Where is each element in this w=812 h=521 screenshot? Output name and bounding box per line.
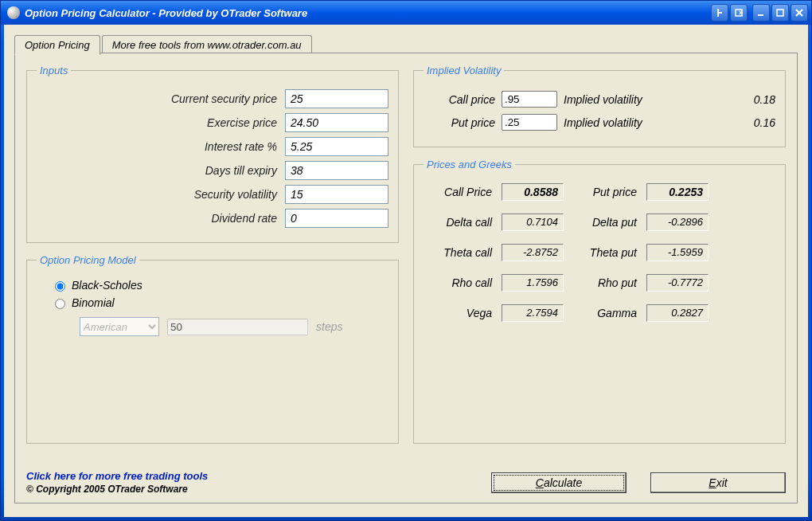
svg-marker-0 xyxy=(717,9,722,17)
close-button[interactable] xyxy=(791,4,808,22)
exit-button[interactable]: Exit xyxy=(650,472,786,493)
aux-button-1[interactable] xyxy=(711,4,728,22)
iv-legend: Implied Volatility xyxy=(424,65,504,76)
exercise-price-input[interactable] xyxy=(285,113,388,132)
svg-rect-2 xyxy=(758,14,763,16)
days-till-expiry-input[interactable] xyxy=(285,161,388,180)
dividend-rate-input[interactable] xyxy=(285,209,388,228)
delta-call-value: 0.7104 xyxy=(502,213,564,231)
tab-label: Option Pricing xyxy=(25,39,90,51)
security-volatility-input[interactable] xyxy=(285,185,388,204)
svg-rect-3 xyxy=(777,10,783,16)
minimize-button[interactable] xyxy=(752,4,770,22)
window-controls xyxy=(752,4,808,22)
client-area: Option Pricing More free tools from www.… xyxy=(4,25,808,517)
put-price-value: 0.2253 xyxy=(646,183,709,201)
rho-put-label: Rho put xyxy=(573,276,637,289)
interest-rate-input[interactable] xyxy=(285,137,388,156)
inputs-legend: Inputs xyxy=(37,65,71,76)
theta-put-label: Theta put xyxy=(573,246,637,259)
security-volatility-label: Security volatility xyxy=(37,188,285,201)
gamma-value: 0.2827 xyxy=(646,304,709,322)
vega-label: Vega xyxy=(428,307,492,319)
days-till-expiry-label: Days till expiry xyxy=(37,164,285,177)
tab-strip: Option Pricing More free tools from www.… xyxy=(14,35,798,54)
delta-put-label: Delta put xyxy=(573,216,637,229)
rho-call-label: Rho call xyxy=(428,276,492,289)
current-security-price-input[interactable] xyxy=(285,89,388,108)
radio-binomial-input[interactable] xyxy=(55,299,65,309)
iv-call-result-value: 0.18 xyxy=(732,93,775,106)
copyright-text: © Copyright 2005 OTrader Software xyxy=(26,484,491,495)
rho-put-value: -0.7772 xyxy=(646,274,709,292)
calculate-button[interactable]: Calculate xyxy=(491,472,627,493)
implied-volatility-group: Implied Volatility Call price Implied vo… xyxy=(413,65,786,147)
put-price-label: Put price xyxy=(573,186,637,198)
steps-label: steps xyxy=(316,320,342,333)
delta-put-value: -0.2896 xyxy=(646,213,709,231)
iv-put-result-label: Implied volatility xyxy=(564,116,726,129)
vega-value: 2.7594 xyxy=(502,304,564,322)
model-legend: Option Pricing Model xyxy=(37,254,139,266)
call-price-value: 0.8588 xyxy=(502,183,564,201)
window-frame: Option Pricing Calculator - Provided by … xyxy=(0,0,812,521)
maximize-button[interactable] xyxy=(771,4,789,22)
tab-panel-option-pricing: Inputs Current security price Exercise p… xyxy=(14,53,798,503)
interest-rate-label: Interest rate % xyxy=(37,140,285,153)
greeks-legend: Prices and Greeks xyxy=(424,159,515,170)
prices-greeks-group: Prices and Greeks Call Price 0.8588 Put … xyxy=(413,159,786,444)
tab-more-tools[interactable]: More free tools from www.otrader.com.au xyxy=(102,35,312,54)
iv-call-result-label: Implied volatility xyxy=(564,93,726,106)
model-group: Option Pricing Model Black-Scholes Binom… xyxy=(26,254,399,444)
radio-binomial[interactable]: Binomial xyxy=(51,296,385,309)
inputs-group: Inputs Current security price Exercise p… xyxy=(26,65,399,243)
iv-call-price-label: Call price xyxy=(424,93,495,106)
aux-button-group xyxy=(711,4,748,22)
window-title: Option Pricing Calculator - Provided by … xyxy=(25,7,706,19)
app-icon xyxy=(7,6,20,19)
tab-label: More free tools from www.otrader.com.au xyxy=(112,39,302,51)
radio-binomial-label: Binomial xyxy=(72,296,115,309)
iv-put-price-input[interactable] xyxy=(502,114,557,131)
theta-call-value: -2.8752 xyxy=(502,244,564,261)
rho-call-value: 1.7596 xyxy=(502,274,564,292)
iv-put-result-value: 0.16 xyxy=(732,116,775,129)
iv-call-price-input[interactable] xyxy=(502,91,557,108)
theta-put-value: -1.5959 xyxy=(646,244,709,261)
exercise-price-label: Exercise price xyxy=(37,116,285,129)
delta-call-label: Delta call xyxy=(428,216,492,229)
radio-black-scholes-label: Black-Scholes xyxy=(72,279,142,292)
radio-black-scholes-input[interactable] xyxy=(55,281,65,292)
gamma-label: Gamma xyxy=(573,307,637,319)
aux-button-2[interactable] xyxy=(730,4,748,22)
iv-put-price-label: Put price xyxy=(424,116,495,129)
current-security-price-label: Current security price xyxy=(37,92,285,105)
tab-option-pricing[interactable]: Option Pricing xyxy=(14,35,100,55)
radio-black-scholes[interactable]: Black-Scholes xyxy=(51,279,385,292)
right-column: Implied Volatility Call price Implied vo… xyxy=(413,65,786,455)
titlebar: Option Pricing Calculator - Provided by … xyxy=(1,1,811,25)
exercise-style-select[interactable]: American xyxy=(80,317,159,336)
steps-input[interactable] xyxy=(167,319,308,335)
theta-call-label: Theta call xyxy=(428,246,492,259)
dividend-rate-label: Dividend rate xyxy=(37,212,285,225)
left-column: Inputs Current security price Exercise p… xyxy=(26,65,399,455)
free-tools-link[interactable]: Click here for more free trading tools xyxy=(26,470,208,482)
footer-row: Click here for more free trading tools ©… xyxy=(26,470,786,495)
binomial-params: American steps xyxy=(80,317,388,336)
call-price-label: Call Price xyxy=(428,186,492,198)
